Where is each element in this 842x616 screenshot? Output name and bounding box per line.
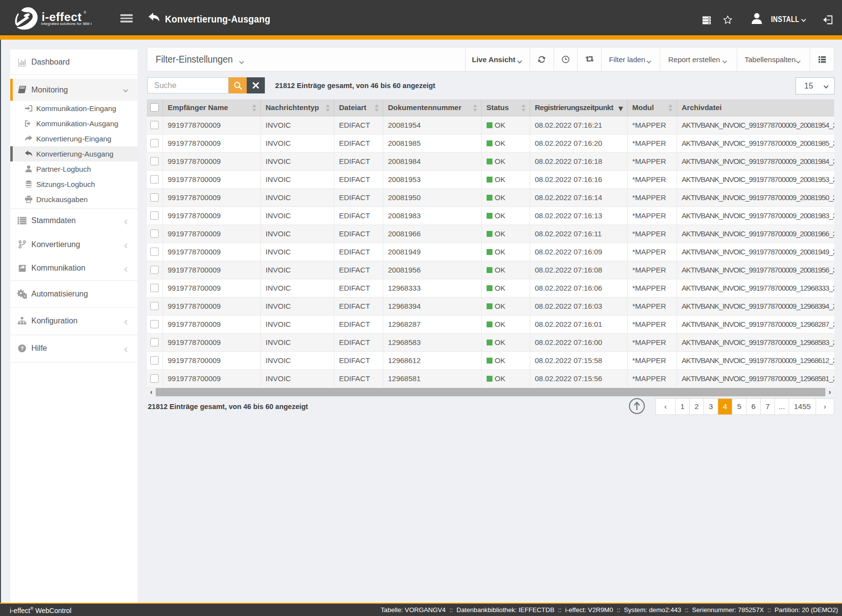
svg-text:®: ® bbox=[84, 11, 87, 14]
svg-text:?: ? bbox=[21, 345, 24, 351]
svg-text:integrated solutions for IBM i: integrated solutions for IBM i bbox=[41, 22, 92, 26]
